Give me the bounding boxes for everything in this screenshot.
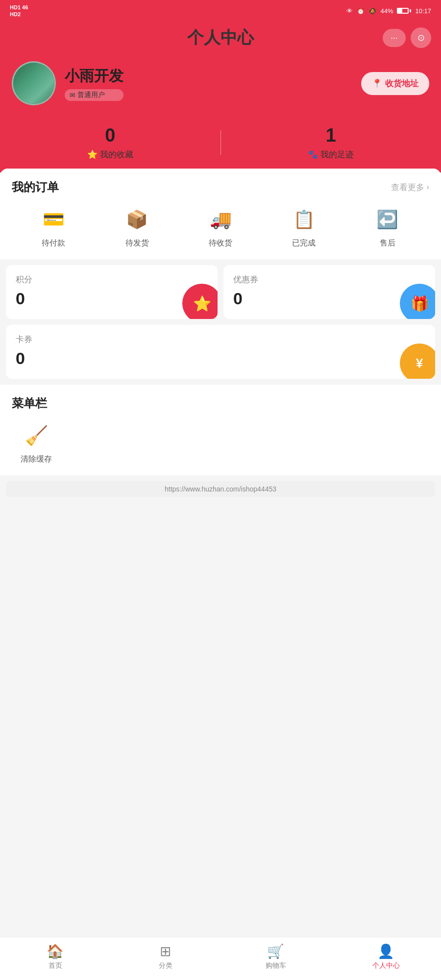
pending-receive-label: 待收货 bbox=[209, 238, 232, 248]
category-label: 分类 bbox=[159, 961, 172, 970]
menu-item-clear-cache[interactable]: 🧹 清除缓存 bbox=[12, 421, 61, 465]
stat-collections[interactable]: 0 ⭐ 我的收藏 bbox=[0, 125, 220, 160]
order-pending-ship[interactable]: 📦 待发货 bbox=[95, 205, 178, 248]
coupons-icon: 🎁 bbox=[400, 284, 435, 319]
clear-cache-icon: 🧹 bbox=[22, 421, 51, 450]
footprints-count: 1 bbox=[326, 125, 336, 146]
bottom-nav: 🏠 首页 ⊞ 分类 🛒 购物车 👤 个人中心 bbox=[0, 937, 441, 980]
stat-footprints[interactable]: 1 🐾 我的足迹 bbox=[221, 125, 441, 160]
address-button[interactable]: 📍 收货地址 bbox=[361, 72, 429, 95]
aftersale-icon: ↩️ bbox=[373, 205, 402, 234]
see-more-label: 查看更多 bbox=[391, 182, 424, 193]
vouchers-card[interactable]: 卡券 0 ¥ bbox=[6, 325, 435, 379]
footprints-text: 我的足迹 bbox=[320, 149, 354, 160]
order-header: 我的订单 查看更多 › bbox=[12, 179, 429, 195]
battery-bar bbox=[397, 8, 411, 14]
home-label: 首页 bbox=[49, 961, 62, 970]
pending-payment-label: 待付款 bbox=[42, 238, 65, 248]
order-icons: 💳 待付款 📦 待发货 🚚 待收货 📋 已完成 ↩️ 售后 bbox=[12, 205, 429, 248]
username: 小雨开发 bbox=[65, 66, 123, 86]
order-pending-receive[interactable]: 🚚 待收货 bbox=[179, 205, 262, 248]
order-section: 我的订单 查看更多 › 💳 待付款 📦 待发货 🚚 待收货 📋 已完成 bbox=[0, 169, 441, 259]
pending-ship-label: 待发货 bbox=[125, 238, 149, 248]
pending-ship-icon: 📦 bbox=[122, 205, 152, 234]
completed-label: 已完成 bbox=[292, 238, 316, 248]
completed-icon: 📋 bbox=[289, 205, 318, 234]
profile-left: 小雨开发 ✉ 普通用户 bbox=[12, 61, 123, 105]
badge-label: 普通用户 bbox=[77, 91, 105, 99]
url-bar: https://www.huzhan.com/ishop44453 bbox=[6, 481, 435, 497]
order-pending-payment[interactable]: 💳 待付款 bbox=[12, 205, 95, 248]
home-icon: 🏠 bbox=[47, 943, 64, 959]
pending-receive-icon: 🚚 bbox=[206, 205, 235, 234]
badge-icon: ✉ bbox=[70, 91, 75, 99]
alarm-icon: ⏰ bbox=[357, 7, 365, 15]
collections-text: 我的收藏 bbox=[100, 149, 133, 160]
stats-section: 0 ⭐ 我的收藏 1 🐾 我的足迹 bbox=[0, 120, 441, 172]
camera-button[interactable]: ⊙ bbox=[411, 27, 431, 48]
profile-label: 个人中心 bbox=[372, 961, 400, 970]
main-content: 我的订单 查看更多 › 💳 待付款 📦 待发货 🚚 待收货 📋 已完成 bbox=[0, 169, 441, 546]
status-right: 👁 ⏰ 🔕 44% 10:17 bbox=[346, 7, 431, 15]
mute-icon: 🔕 bbox=[368, 7, 376, 15]
more-button[interactable]: ··· bbox=[383, 29, 406, 47]
footprints-label: 🐾 我的足迹 bbox=[308, 149, 354, 160]
vouchers-label: 卡券 bbox=[16, 334, 425, 345]
menu-section: 菜单栏 🧹 清除缓存 bbox=[0, 385, 441, 475]
chevron-right-icon: › bbox=[426, 182, 429, 192]
order-aftersale[interactable]: ↩️ 售后 bbox=[346, 205, 429, 248]
cart-icon: 🛒 bbox=[267, 943, 284, 959]
points-icon: ⭐ bbox=[182, 284, 218, 319]
footprints-icon: 🐾 bbox=[308, 149, 318, 160]
coupons-value: 0 bbox=[233, 289, 425, 308]
pending-payment-icon: 💳 bbox=[39, 205, 68, 234]
nav-cart[interactable]: 🛒 购物车 bbox=[220, 943, 331, 970]
address-icon: 📍 bbox=[372, 78, 382, 89]
menu-title: 菜单栏 bbox=[12, 395, 429, 411]
points-label: 积分 bbox=[16, 274, 208, 285]
hd1-label: HD1 46 bbox=[10, 4, 28, 10]
user-badge: ✉ 普通用户 bbox=[65, 89, 123, 101]
category-icon: ⊞ bbox=[160, 943, 171, 959]
profile-section: 小雨开发 ✉ 普通用户 📍 收货地址 bbox=[0, 56, 441, 120]
points-value: 0 bbox=[16, 289, 208, 308]
header-actions: ··· ⊙ bbox=[383, 27, 431, 48]
battery-percent: 44% bbox=[380, 7, 393, 15]
nav-home[interactable]: 🏠 首页 bbox=[0, 943, 110, 970]
menu-items: 🧹 清除缓存 bbox=[12, 421, 429, 465]
order-title: 我的订单 bbox=[12, 179, 59, 195]
profile-icon: 👤 bbox=[377, 943, 394, 959]
cart-label: 购物车 bbox=[266, 961, 286, 970]
status-bar: HD1 46 HD2 👁 ⏰ 🔕 44% 10:17 bbox=[0, 0, 441, 22]
eye-icon: 👁 bbox=[346, 7, 353, 15]
url-text: https://www.huzhan.com/ishop44453 bbox=[165, 485, 276, 493]
header: 个人中心 ··· ⊙ bbox=[0, 22, 441, 56]
hd2-label: HD2 bbox=[10, 11, 21, 17]
coupons-label: 优惠券 bbox=[233, 274, 425, 285]
clear-cache-label: 清除缓存 bbox=[21, 454, 52, 465]
address-label: 收货地址 bbox=[385, 78, 418, 89]
collections-count: 0 bbox=[105, 125, 115, 146]
avatar[interactable] bbox=[12, 61, 56, 105]
points-card[interactable]: 积分 0 ⭐ bbox=[6, 265, 218, 319]
coupons-card[interactable]: 优惠券 0 🎁 bbox=[223, 265, 435, 319]
order-completed[interactable]: 📋 已完成 bbox=[262, 205, 345, 248]
aftersale-label: 售后 bbox=[380, 238, 395, 248]
profile-info: 小雨开发 ✉ 普通用户 bbox=[65, 66, 123, 101]
vouchers-value: 0 bbox=[16, 349, 425, 368]
status-left: HD1 46 HD2 bbox=[10, 4, 28, 17]
time: 10:17 bbox=[415, 7, 431, 15]
collections-label: ⭐ 我的收藏 bbox=[87, 149, 133, 160]
nav-category[interactable]: ⊞ 分类 bbox=[110, 943, 220, 970]
vouchers-icon: ¥ bbox=[400, 343, 435, 379]
cards-row: 积分 0 ⭐ 优惠券 0 🎁 bbox=[6, 265, 435, 319]
nav-profile[interactable]: 👤 个人中心 bbox=[331, 943, 441, 970]
collections-icon: ⭐ bbox=[87, 149, 98, 160]
see-more-button[interactable]: 查看更多 › bbox=[391, 182, 429, 193]
page-title: 个人中心 bbox=[187, 26, 254, 49]
